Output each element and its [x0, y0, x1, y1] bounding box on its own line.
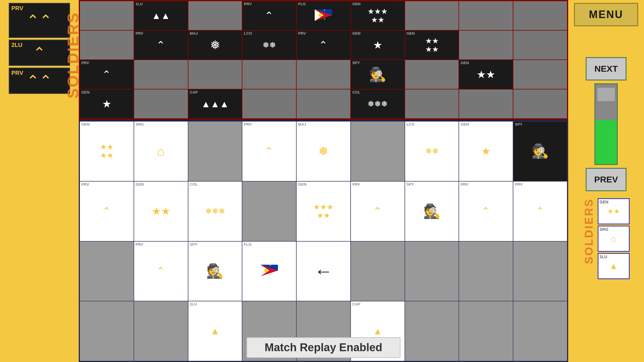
- board-cell[interactable]: [134, 60, 188, 89]
- cell-symbol: 🕵: [369, 68, 386, 82]
- board-cell[interactable]: [296, 60, 351, 89]
- board-cell[interactable]: [513, 60, 567, 89]
- board-cell[interactable]: MAJ❅: [188, 30, 242, 60]
- cell-symbol: ★★★★: [425, 37, 439, 53]
- right-mini-cards: GEN ★★ SRG ⌂ 2LU ▲: [598, 198, 630, 279]
- board-cell[interactable]: FLG ★ ★ ★: [242, 241, 296, 301]
- board-cell[interactable]: [459, 89, 513, 119]
- svg-text:★: ★: [323, 18, 326, 20]
- board-cell[interactable]: PRV⌃: [134, 241, 188, 301]
- progress-slider[interactable]: [597, 87, 615, 102]
- board-cell[interactable]: SRG⌂: [134, 121, 188, 181]
- cell-rank-label: GEN: [81, 90, 90, 94]
- board-cell[interactable]: [80, 241, 134, 301]
- board-cell[interactable]: PRV⌃: [459, 181, 513, 241]
- prev-button[interactable]: PREV: [586, 168, 626, 191]
- board-cell[interactable]: [296, 89, 351, 119]
- board-cell[interactable]: [80, 1, 134, 30]
- cell-rank-label: CAP: [352, 302, 360, 306]
- board-cell[interactable]: ←: [296, 241, 351, 301]
- next-button[interactable]: NEXT: [586, 57, 626, 80]
- cell-rank-label: PRV: [461, 182, 468, 186]
- cell-symbol: ▲▲: [152, 11, 170, 20]
- board-cell[interactable]: [513, 89, 567, 119]
- board-cell[interactable]: [80, 30, 134, 60]
- board-cell[interactable]: 1LU▲▲: [134, 1, 188, 30]
- board-cell[interactable]: LCO❅❅: [242, 30, 296, 60]
- cell-rank-label: LCO: [407, 122, 414, 126]
- board-cell[interactable]: SPY🕵: [351, 60, 405, 89]
- cell-rank-label: COL: [190, 182, 198, 186]
- cell-symbol: ⌃: [319, 40, 328, 50]
- match-replay-box: Match Replay Enabled: [246, 337, 400, 358]
- board-cell[interactable]: PRV⌃: [296, 30, 351, 60]
- left-card-2: 2LU ⌃: [9, 40, 70, 66]
- cell-symbol: ★★: [152, 205, 170, 217]
- board-cell[interactable]: [459, 1, 513, 30]
- board-cell[interactable]: GEN★★: [459, 60, 513, 89]
- board-cell[interactable]: SPY🕵: [188, 241, 242, 301]
- board-cell[interactable]: [188, 60, 242, 89]
- cell-symbol: ★: [102, 98, 111, 110]
- board-cell[interactable]: [351, 121, 405, 181]
- cell-symbol: ★★: [477, 69, 495, 80]
- board-cell[interactable]: GEN★★★★★: [296, 181, 351, 241]
- board-cell[interactable]: MAJ❅: [296, 121, 351, 181]
- board-cell[interactable]: COL❅❅❅: [351, 89, 405, 119]
- board-cell[interactable]: PRV⌃: [242, 121, 296, 181]
- left-card-3: PRV ⌃⌃: [9, 68, 70, 94]
- board-cell[interactable]: PRV⌃: [351, 181, 405, 241]
- board-cell[interactable]: [405, 241, 459, 301]
- board-cell[interactable]: FLG ★ ★ ★: [296, 1, 351, 30]
- board-cell[interactable]: PRV⌃: [242, 1, 296, 30]
- board-cell[interactable]: GEN★★: [134, 181, 188, 241]
- mini-rank-3: 2LU: [600, 254, 607, 259]
- board-cell[interactable]: [134, 89, 188, 119]
- cell-rank-label: SRG: [136, 122, 144, 126]
- board-cell[interactable]: SPY🕵: [513, 121, 567, 181]
- board-cell[interactable]: [351, 241, 405, 301]
- board-cell[interactable]: PRV⌃: [80, 60, 134, 89]
- board-cell[interactable]: [242, 181, 296, 241]
- board-cell[interactable]: PRV⌃: [134, 30, 188, 60]
- board-cell[interactable]: GEN★★★★: [405, 30, 459, 60]
- board-cell[interactable]: [405, 60, 459, 89]
- board-cell[interactable]: GEN★★★★: [80, 121, 134, 181]
- board-cell[interactable]: [188, 1, 242, 30]
- left-rank-label-3: PRV: [11, 70, 23, 76]
- board-cell[interactable]: PRV⌃: [513, 181, 567, 241]
- svg-point-14: [264, 269, 268, 272]
- board-cell[interactable]: GEN★★★★★: [351, 1, 405, 30]
- board-cell[interactable]: [242, 89, 296, 119]
- cell-rank-label: GEN: [352, 31, 360, 35]
- board-cell[interactable]: [459, 30, 513, 60]
- cell-symbol: ❅: [318, 145, 328, 157]
- board-cell[interactable]: PRV⌃: [80, 181, 134, 241]
- board-cell[interactable]: [513, 241, 567, 301]
- board-cell[interactable]: LCO❅❅: [405, 121, 459, 181]
- menu-button[interactable]: MENU: [574, 3, 638, 26]
- board-cell[interactable]: [188, 121, 242, 181]
- board-cell[interactable]: COL❅❅❅: [188, 181, 242, 241]
- board-cell[interactable]: [513, 1, 567, 30]
- svg-text:★: ★: [316, 10, 318, 12]
- board-cell[interactable]: [405, 89, 459, 119]
- cell-rank-label: CAP: [190, 90, 198, 94]
- board-cell[interactable]: GEN★: [459, 121, 513, 181]
- cell-symbol: ★★★★★: [313, 203, 333, 219]
- board-cell[interactable]: [459, 241, 513, 301]
- cell-rank-label: GEN: [81, 122, 90, 126]
- cell-symbol: ⌃: [481, 206, 491, 217]
- mini-rank-1: GEN: [600, 200, 608, 204]
- left-rank-label-1: PRV: [11, 5, 23, 12]
- board-cell[interactable]: GEN★: [351, 30, 405, 60]
- board-cell[interactable]: [513, 30, 567, 60]
- board-cell[interactable]: GEN★: [80, 89, 134, 119]
- board-cell[interactable]: [242, 60, 296, 89]
- cell-rank-label: SPY: [515, 122, 522, 126]
- board-cell[interactable]: CAP▲▲▲: [188, 89, 242, 119]
- match-replay-overlay: Match Replay Enabled: [79, 333, 568, 362]
- board-cell[interactable]: [405, 1, 459, 30]
- board-cell[interactable]: SPY🕵: [405, 181, 459, 241]
- svg-text:★: ★: [261, 265, 263, 268]
